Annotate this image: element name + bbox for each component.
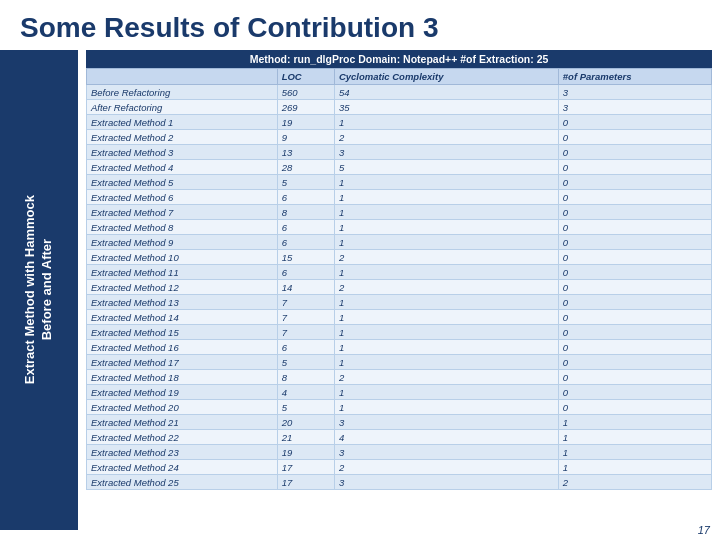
loc-value: 7: [277, 295, 334, 310]
method-name: Extracted Method 12: [87, 280, 278, 295]
cc-value: 54: [334, 85, 558, 100]
cc-value: 2: [334, 130, 558, 145]
method-name: Extracted Method 25: [87, 475, 278, 490]
params-value: 0: [558, 145, 711, 160]
table-row: Extracted Method 1 19 1 0: [87, 115, 712, 130]
col-header-cc: Cyclomatic Complexity: [334, 69, 558, 85]
params-value: 3: [558, 100, 711, 115]
cc-value: 1: [334, 265, 558, 280]
params-value: 0: [558, 265, 711, 280]
loc-value: 8: [277, 370, 334, 385]
method-name: Extracted Method 19: [87, 385, 278, 400]
params-value: 0: [558, 175, 711, 190]
col-header-loc: LOC: [277, 69, 334, 85]
table-row: Extracted Method 19 4 1 0: [87, 385, 712, 400]
params-value: 0: [558, 400, 711, 415]
table-row: Extracted Method 11 6 1 0: [87, 265, 712, 280]
cc-value: 1: [334, 115, 558, 130]
params-value: 3: [558, 85, 711, 100]
loc-value: 17: [277, 460, 334, 475]
cc-value: 1: [334, 340, 558, 355]
method-name: Extracted Method 3: [87, 145, 278, 160]
method-name: Extracted Method 23: [87, 445, 278, 460]
params-value: 0: [558, 295, 711, 310]
loc-value: 13: [277, 145, 334, 160]
cc-value: 3: [334, 445, 558, 460]
loc-value: 19: [277, 115, 334, 130]
table-row: Extracted Method 23 19 3 1: [87, 445, 712, 460]
table-row: Extracted Method 21 20 3 1: [87, 415, 712, 430]
method-name: Extracted Method 16: [87, 340, 278, 355]
table-row: Extracted Method 18 8 2 0: [87, 370, 712, 385]
cc-value: 3: [334, 415, 558, 430]
loc-value: 5: [277, 175, 334, 190]
method-name: Extracted Method 10: [87, 250, 278, 265]
loc-value: 6: [277, 235, 334, 250]
table-row: Extracted Method 15 7 1 0: [87, 325, 712, 340]
params-value: 0: [558, 190, 711, 205]
table-row: Extracted Method 22 21 4 1: [87, 430, 712, 445]
method-name: Extracted Method 6: [87, 190, 278, 205]
cc-value: 35: [334, 100, 558, 115]
cc-value: 3: [334, 475, 558, 490]
params-value: 0: [558, 370, 711, 385]
method-name: Extracted Method 21: [87, 415, 278, 430]
params-value: 0: [558, 220, 711, 235]
params-value: 0: [558, 130, 711, 145]
method-name: Extracted Method 8: [87, 220, 278, 235]
col-header-params: #of Parameters: [558, 69, 711, 85]
table-row: Before Refactoring 560 54 3: [87, 85, 712, 100]
cc-value: 1: [334, 355, 558, 370]
loc-value: 21: [277, 430, 334, 445]
cc-value: 5: [334, 160, 558, 175]
cc-value: 1: [334, 400, 558, 415]
sidebar: Extract Method with HammockBefore and Af…: [0, 50, 78, 530]
cc-value: 4: [334, 430, 558, 445]
loc-value: 17: [277, 475, 334, 490]
table-row: Extracted Method 12 14 2 0: [87, 280, 712, 295]
table-row: Extracted Method 3 13 3 0: [87, 145, 712, 160]
cc-value: 1: [334, 325, 558, 340]
params-value: 0: [558, 205, 711, 220]
method-name: Extracted Method 9: [87, 235, 278, 250]
sidebar-label: Extract Method with HammockBefore and Af…: [22, 195, 56, 384]
params-value: 1: [558, 430, 711, 445]
table-row: Extracted Method 2 9 2 0: [87, 130, 712, 145]
content-area: Extract Method with HammockBefore and Af…: [0, 50, 720, 530]
table-row: Extracted Method 24 17 2 1: [87, 460, 712, 475]
params-value: 0: [558, 250, 711, 265]
method-name: Extracted Method 13: [87, 295, 278, 310]
method-name: After Refactoring: [87, 100, 278, 115]
params-value: 0: [558, 385, 711, 400]
method-name: Extracted Method 2: [87, 130, 278, 145]
cc-value: 1: [334, 295, 558, 310]
table-row: Extracted Method 7 8 1 0: [87, 205, 712, 220]
slide: Some Results of Contribution 3 Extract M…: [0, 0, 720, 540]
cc-value: 1: [334, 235, 558, 250]
loc-value: 28: [277, 160, 334, 175]
table-row: Extracted Method 4 28 5 0: [87, 160, 712, 175]
cc-value: 2: [334, 250, 558, 265]
method-name: Extracted Method 17: [87, 355, 278, 370]
loc-value: 6: [277, 265, 334, 280]
loc-value: 6: [277, 220, 334, 235]
params-value: 0: [558, 115, 711, 130]
page-number: 17: [698, 524, 710, 536]
loc-value: 560: [277, 85, 334, 100]
loc-value: 6: [277, 190, 334, 205]
cc-value: 2: [334, 460, 558, 475]
table-row: Extracted Method 20 5 1 0: [87, 400, 712, 415]
method-name: Extracted Method 22: [87, 430, 278, 445]
cc-value: 1: [334, 310, 558, 325]
method-name: Extracted Method 15: [87, 325, 278, 340]
table-row: Extracted Method 17 5 1 0: [87, 355, 712, 370]
cc-value: 1: [334, 220, 558, 235]
cc-value: 2: [334, 370, 558, 385]
params-value: 0: [558, 280, 711, 295]
params-value: 0: [558, 325, 711, 340]
method-name: Extracted Method 18: [87, 370, 278, 385]
method-name: Extracted Method 14: [87, 310, 278, 325]
table-row: Extracted Method 10 15 2 0: [87, 250, 712, 265]
table-row: Extracted Method 14 7 1 0: [87, 310, 712, 325]
params-value: 0: [558, 355, 711, 370]
